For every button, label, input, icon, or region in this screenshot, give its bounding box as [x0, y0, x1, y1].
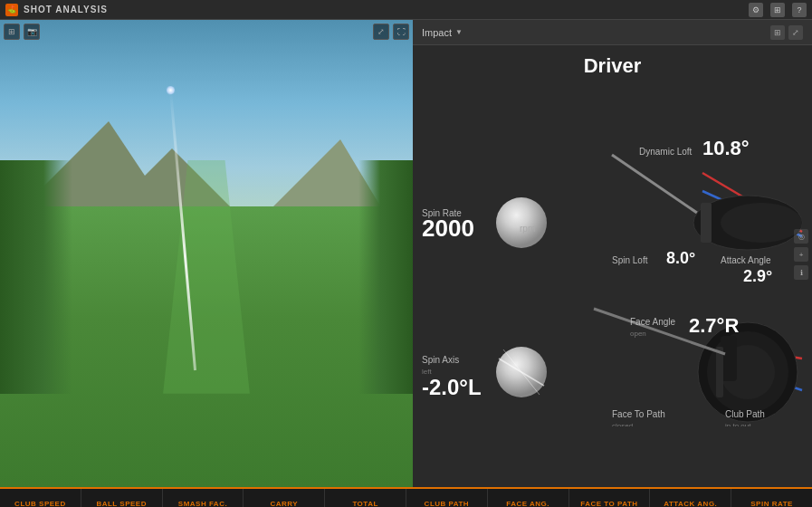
- svg-text:Face To Path: Face To Path: [612, 409, 665, 419]
- stat-header-3: CARRY: [270, 500, 298, 507]
- stat-cell-club-speed: CLUB SPEED112.7112.7 mph ±0.4: [0, 489, 81, 507]
- panel-tr-icons: ⤢ ⛶: [373, 24, 409, 40]
- header-corner-btns: ⊞ ⤢: [770, 25, 803, 40]
- club-viz-svg: Dynamic Loft 10.8° Spin Rate 2000 rpm Sp…: [413, 82, 812, 426]
- bottom-stats-bar: CLUB SPEED112.7112.7 mph ±0.4BALL SPEED1…: [0, 487, 812, 507]
- header-expand-icon[interactable]: ⤢: [788, 25, 803, 40]
- svg-text:Face Angle: Face Angle: [630, 317, 675, 327]
- titlebar-icons: ⚙ ⊞ ?: [749, 3, 807, 17]
- svg-text:rpm: rpm: [520, 224, 535, 234]
- expand-icon[interactable]: ⤢: [373, 24, 389, 40]
- stat-header-8: ATTACK ANG.: [664, 500, 717, 507]
- stat-header-2: SMASH FAC.: [178, 500, 227, 507]
- stat-cell-ball-speed: BALL SPEED168.3167.9 mph ±1.0: [81, 489, 163, 507]
- svg-line-1: [612, 155, 712, 223]
- stat-header-6: FACE ANG.: [506, 500, 549, 507]
- svg-text:3.9°R: 3.9°R: [734, 425, 784, 426]
- side-icon-3[interactable]: ℹ: [794, 265, 808, 280]
- svg-text:Spin Loft: Spin Loft: [612, 255, 648, 265]
- header-grid-icon[interactable]: ⊞: [770, 25, 785, 40]
- stat-header-1: BALL SPEED: [96, 500, 147, 507]
- svg-text:8.0°: 8.0°: [666, 249, 695, 267]
- help-icon[interactable]: ?: [792, 3, 807, 17]
- stat-header-4: TOTAL: [352, 500, 377, 507]
- stat-header-9: SPIN RATE: [750, 500, 793, 507]
- stat-cell-attack-ang: ATTACK ANG.2.92.6 deg ±0.6: [650, 489, 731, 507]
- svg-text:2.9°: 2.9°: [743, 267, 772, 285]
- fullscreen-icon[interactable]: ⛶: [393, 24, 409, 40]
- app-icon: ⛳: [5, 4, 18, 16]
- grid-view-icon[interactable]: ⊞: [4, 24, 20, 40]
- stat-header-7: FACE TO PATH: [580, 500, 637, 507]
- stat-cell-spin-rate: SPIN RATE20002327 rpm ±298: [731, 489, 812, 507]
- titlebar: ⛳ SHOT ANALYSIS ⚙ ⊞ ?: [0, 0, 812, 20]
- settings-icon[interactable]: ⚙: [749, 3, 763, 17]
- svg-text:Dynamic Loft: Dynamic Loft: [639, 147, 693, 157]
- svg-text:open: open: [630, 330, 646, 338]
- svg-text:Attack Angle: Attack Angle: [721, 255, 771, 265]
- trees-right: [358, 160, 413, 394]
- app-title: SHOT ANALYSIS: [24, 5, 108, 14]
- main-area: ⊞ 📷 ⤢ ⛶ Impact ▼ ⊞ ⤢ Driver: [0, 20, 812, 487]
- svg-text:10.8°: 10.8°: [702, 137, 750, 159]
- stats-row: CLUB SPEED112.7112.7 mph ±0.4BALL SPEED1…: [0, 489, 812, 507]
- trees-left: [0, 160, 72, 394]
- camera-icon[interactable]: 📷: [24, 24, 40, 40]
- club-title: Driver: [413, 45, 812, 82]
- stat-cell-face-ang: FACE ANG.2.72.5 deg ±0.5: [488, 489, 569, 507]
- course-view: [0, 20, 413, 487]
- stat-cell-smash-fac: SMASH FAC.1.491.49 ±0.00: [163, 489, 244, 507]
- stat-header-0: CLUB SPEED: [14, 500, 66, 507]
- grid-icon[interactable]: ⊞: [770, 3, 785, 17]
- svg-text:-1.2°L: -1.2°L: [637, 425, 692, 426]
- side-icon-1[interactable]: ◎: [794, 229, 808, 244]
- impact-tab[interactable]: Impact ▼: [422, 27, 463, 38]
- right-panel-header: Impact ▼ ⊞ ⤢: [413, 20, 812, 45]
- panel-tl-icons: ⊞ 📷: [4, 24, 40, 40]
- stat-cell-carry: CARRY286.4292.3 yds ±4.4: [244, 489, 325, 507]
- stat-cell-total: TOTAL328.2326.6 yds ±4.4: [325, 489, 406, 507]
- viz-container: Dynamic Loft 10.8° Spin Rate 2000 rpm Sp…: [413, 82, 812, 426]
- svg-text:2.7°R: 2.7°R: [689, 314, 739, 337]
- svg-text:Club Path: Club Path: [725, 409, 765, 419]
- impact-tab-label: Impact: [422, 27, 452, 38]
- svg-text:Spin Axis: Spin Axis: [422, 355, 459, 365]
- svg-rect-6: [701, 203, 712, 243]
- svg-text:closed: closed: [612, 422, 633, 426]
- svg-point-0: [496, 197, 547, 248]
- course-view-panel: ⊞ 📷 ⤢ ⛶: [0, 20, 413, 487]
- svg-text:-2.0°L: -2.0°L: [422, 375, 482, 399]
- stat-cell-face-to-path: FACE TO PATH-1.22.3 deg ±1.3: [569, 489, 651, 507]
- stat-header-5: CLUB PATH: [425, 500, 470, 507]
- svg-text:2000: 2000: [422, 215, 474, 242]
- svg-point-5: [721, 203, 802, 243]
- right-panel-side-icons: ◎ + ℹ: [794, 229, 808, 280]
- chevron-down-icon: ▼: [455, 28, 463, 36]
- shot-analysis-panel: Impact ▼ ⊞ ⤢ Driver: [413, 20, 812, 487]
- side-icon-2[interactable]: +: [794, 247, 808, 262]
- stat-cell-club-path: CLUB PATH3.94.8 deg ±0.8: [406, 489, 488, 507]
